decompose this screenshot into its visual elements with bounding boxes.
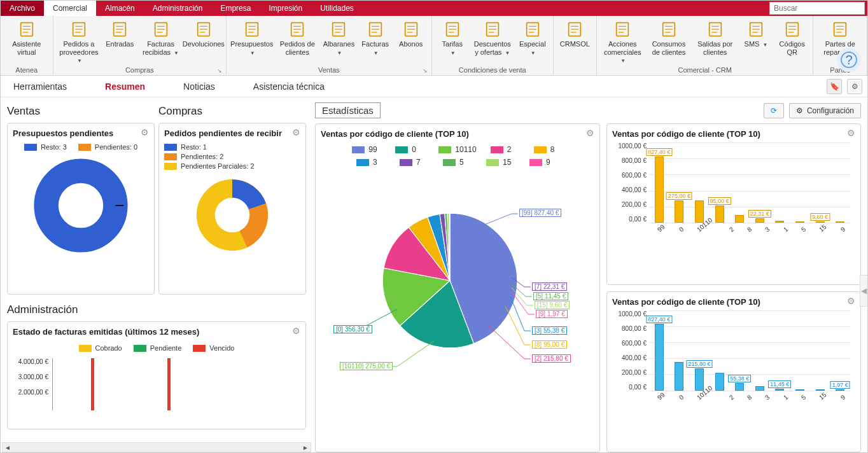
crmsol-button[interactable]: CRMSOL	[556, 17, 594, 73]
pedidos-clientes-button[interactable]: Pedidos de clientes	[274, 17, 320, 65]
menu-archivo[interactable]: Archivo	[1, 1, 44, 16]
card-title: Pedidos pendientes de recibir	[164, 129, 300, 138]
card-presupuestos: ⚙ Presupuestos pendientes Resto: 3Pendie…	[7, 123, 155, 295]
card-gear-icon[interactable]: ⚙	[292, 127, 300, 137]
callout: [9] 1,97 €	[536, 310, 568, 318]
codigos-qr-icon	[783, 20, 802, 39]
menu-administración[interactable]: Administración	[144, 1, 212, 16]
gear-icon[interactable]: ⚙	[847, 79, 862, 94]
sms-button[interactable]: SMS ▼	[738, 17, 774, 65]
descuentos-ofertas-icon	[483, 20, 502, 39]
card-gear-icon[interactable]: ⚙	[847, 128, 855, 138]
subnav: HerramientasResumenNoticiasAsistencia té…	[1, 76, 867, 97]
abonos-button[interactable]: Abonos	[393, 17, 429, 65]
card-title: Estado de facturas emitidas (últimos 12 …	[13, 327, 300, 337]
card-gear-icon[interactable]: ⚙	[292, 326, 300, 336]
albaranes-button[interactable]: Albaranes ▼	[320, 17, 358, 65]
scroll-left-icon[interactable]: ◄	[3, 443, 13, 452]
bar-chart-1: 1000,00 €800,00 €600,00 €400,00 €200,00 …	[615, 143, 853, 238]
ribbon: Asistente virtualAteneaPedidos a proveed…	[1, 16, 867, 76]
salidas-clientes-icon	[706, 20, 725, 39]
card-bar-1: ⚙ Ventas por código de cliente (TOP 10) …	[606, 123, 861, 285]
bookmark-icon[interactable]: 🔖	[827, 79, 842, 94]
svg-point-80	[46, 171, 116, 240]
legend: 9901011028375159	[321, 143, 594, 169]
search-box[interactable]	[769, 2, 865, 15]
side-expand-icon[interactable]: ◀	[860, 275, 867, 307]
menu-almacén[interactable]: Almacén	[96, 1, 144, 16]
devoluciones-icon	[194, 20, 213, 39]
card-facturas: ⚙ Estado de facturas emitidas (últimos 1…	[7, 321, 306, 429]
especial-button[interactable]: Especial ▼	[515, 17, 550, 65]
callout: [99] 827,40 €	[519, 209, 561, 217]
entradas-button[interactable]: Entradas	[102, 17, 137, 65]
tab-asistencia-técnica[interactable]: Asistencia técnica	[253, 81, 325, 92]
partes-reparacion-icon	[830, 20, 850, 39]
card-title: Ventas por código de cliente (TOP 10)	[612, 129, 855, 139]
especial-icon	[523, 20, 542, 39]
tarifas-icon	[443, 20, 462, 39]
callout: [8] 95,00 €	[532, 340, 567, 349]
callout: [15] 9,60 €	[535, 301, 570, 309]
menu-utilidades[interactable]: Utilidades	[311, 1, 363, 16]
tab-herramientas[interactable]: Herramientas	[13, 81, 67, 92]
facturas-recibidas-button[interactable]: Facturas recibidas ▼	[137, 17, 184, 65]
card-bar-2: ⚙ Ventas por código de cliente (TOP 10) …	[606, 291, 861, 453]
callout: [10110] 275,00 €	[340, 362, 393, 370]
menu-empresa[interactable]: Empresa	[211, 1, 260, 16]
admin-heading: Administración	[7, 303, 306, 316]
card-gear-icon[interactable]: ⚙	[847, 296, 855, 306]
tab-noticias[interactable]: Noticias	[183, 81, 215, 92]
card-pie-ventas: ⚙ Ventas por código de cliente (TOP 10) …	[315, 123, 600, 452]
card-gear-icon[interactable]: ⚙	[586, 128, 594, 138]
asistente-virtual-button[interactable]: Asistente virtual	[3, 17, 50, 65]
help-icon[interactable]	[837, 48, 861, 72]
crmsol-icon	[565, 20, 584, 39]
menu-comercial[interactable]: Comercial	[44, 1, 96, 16]
scroll-right-icon[interactable]: ►	[300, 443, 311, 452]
salidas-clientes-button[interactable]: Salidas por clientes	[692, 17, 738, 65]
legend: CobradoPendienteVencido	[13, 344, 300, 352]
config-button[interactable]: ⚙Configuración	[789, 103, 861, 118]
presupuestos-icon	[242, 20, 262, 39]
abonos-icon	[402, 20, 421, 39]
legend: Resto: 1Pendientes: 2Pendientes Parciale…	[164, 143, 300, 170]
tarifas-button[interactable]: Tarifas ▼	[435, 17, 470, 65]
sms-icon	[746, 20, 766, 39]
consumos-clientes-button[interactable]: Consumos de clientes	[646, 17, 692, 65]
callout: [7] 22,31 €	[532, 282, 567, 291]
pedidos-clientes-icon	[288, 20, 307, 39]
card-title: Ventas por código de cliente (TOP 10)	[321, 129, 594, 139]
bar-chart-2: 1000,00 €800,00 €600,00 €400,00 €200,00 …	[615, 310, 853, 406]
refresh-button[interactable]: ⟳	[764, 103, 784, 118]
devoluciones-button[interactable]: Devoluciones	[184, 17, 223, 65]
pedidos-proveedores-button[interactable]: Pedidos a proveedores ▼	[56, 17, 102, 65]
pie-chart: [99] 827,40 €[7] 22,31 €[5] 11,45 €[15] …	[321, 169, 594, 386]
consumos-clientes-icon	[659, 20, 678, 39]
card-gear-icon[interactable]: ⚙	[141, 127, 149, 137]
donut-presupuestos	[30, 155, 132, 256]
codigos-qr-button[interactable]: Códigos QR	[774, 17, 810, 65]
compras-heading: Compras	[158, 105, 306, 118]
card-title: Ventas por código de cliente (TOP 10)	[612, 297, 855, 307]
callout: [5] 11,45 €	[533, 292, 568, 300]
menu-impresión[interactable]: Impresión	[260, 1, 311, 16]
callout: [0] 356,30 €	[333, 325, 372, 333]
entradas-icon	[110, 20, 129, 39]
callout: [2] 215,80 €	[532, 354, 571, 363]
tab-resumen[interactable]: Resumen	[105, 81, 145, 92]
asistente-virtual-icon	[17, 20, 36, 39]
search-input[interactable]	[770, 3, 864, 14]
svg-point-83	[215, 198, 250, 233]
acciones-comerciales-button[interactable]: Acciones comerciales ▼	[599, 17, 646, 65]
menu-bar: ArchivoComercialAlmacénAdministraciónEmp…	[1, 1, 867, 16]
descuentos-ofertas-button[interactable]: Descuentos y ofertas ▼	[470, 17, 515, 65]
horizontal-scrollbar[interactable]: ◄ ►	[2, 442, 311, 452]
facturas-button[interactable]: Facturas ▼	[358, 17, 393, 65]
presupuestos-button[interactable]: Presupuestos ▼	[229, 17, 275, 65]
card-title: Presupuestos pendientes	[13, 129, 149, 138]
stats-title: Estadísticas	[315, 102, 381, 118]
ventas-heading: Ventas	[7, 105, 155, 118]
admin-bar-chart: 4.000,00 € 3.000,00 € 2.000,00 €	[13, 358, 300, 410]
facturas-icon	[366, 20, 385, 39]
